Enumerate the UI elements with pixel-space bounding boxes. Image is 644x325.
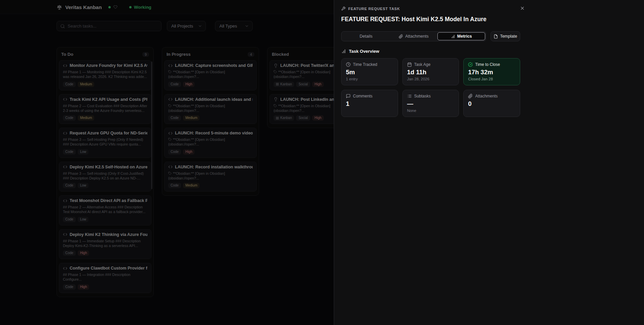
metric-label: Subtasks [414, 94, 431, 98]
metric-label: Comments [353, 94, 372, 98]
metric-label: Task Age [414, 62, 431, 67]
metrics-grid: Time Tracked 5m 1 entry Task Age 1d 11h … [341, 58, 520, 117]
metric-attachments: Attachments 0 [463, 90, 520, 117]
task-title: FEATURE REQUEST: Host Kimi K2.5 Model In… [341, 16, 527, 23]
tab-metrics-label: Metrics [457, 34, 472, 39]
section-title: Task Overview [349, 49, 379, 54]
tab-details-label: Details [360, 34, 372, 39]
template-button[interactable]: Template [491, 31, 520, 41]
metric-time-tracked: Time Tracked 5m 1 entry [341, 58, 398, 85]
bar-chart-icon [451, 34, 455, 39]
metric-value: 17h 32m [468, 69, 515, 76]
calendar-icon [407, 62, 412, 67]
list-icon [407, 94, 412, 98]
tab-attachments[interactable]: Attachments [390, 32, 438, 40]
wrench-icon [341, 6, 346, 11]
task-detail-drawer: FEATURE REQUEST TASK FEATURE REQUEST: Ho… [334, 0, 644, 325]
metric-comments: Comments 1 [341, 90, 398, 117]
task-overview-heading: Task Overview [341, 49, 527, 54]
metric-label: Time Tracked [353, 62, 377, 67]
metric-sub: None [407, 109, 455, 113]
metric-value: — [407, 100, 455, 108]
metric-label: Time to Close [475, 62, 500, 67]
metric-sub: 1 entry [346, 77, 393, 81]
tab-details[interactable]: Details [342, 32, 390, 40]
metric-value: 1d 11h [407, 69, 455, 76]
metric-value: 5m [346, 69, 393, 76]
metric-time-to-close: Time to Close 17h 32m Closed Jan 28 [463, 58, 520, 85]
clock-icon [346, 62, 351, 67]
metric-task-age: Task Age 1d 11h Jan 28, 2026 [402, 58, 459, 85]
metric-sub: Closed Jan 28 [468, 77, 515, 81]
bar-chart-icon [341, 49, 346, 54]
drawer-tab-group: Details Attachments Metrics [341, 31, 486, 41]
metric-label: Attachments [475, 94, 498, 98]
task-type-label: FEATURE REQUEST TASK [348, 7, 400, 11]
metric-value: 0 [468, 100, 515, 108]
task-type-row: FEATURE REQUEST TASK [341, 6, 527, 11]
drawer-tabs-row: Details Attachments Metrics Template [341, 31, 520, 41]
tab-attachments-label: Attachments [405, 34, 428, 39]
paperclip-icon [468, 94, 473, 98]
tab-metrics[interactable]: Metrics [437, 32, 485, 40]
comment-icon [346, 94, 351, 98]
file-icon [494, 34, 498, 39]
check-circle-icon [468, 62, 473, 67]
metric-value: 1 [346, 100, 393, 108]
metric-sub: Jan 28, 2026 [407, 77, 455, 81]
metric-subtasks: Subtasks — None [402, 90, 459, 117]
template-button-label: Template [500, 34, 517, 39]
paperclip-icon [399, 34, 403, 39]
